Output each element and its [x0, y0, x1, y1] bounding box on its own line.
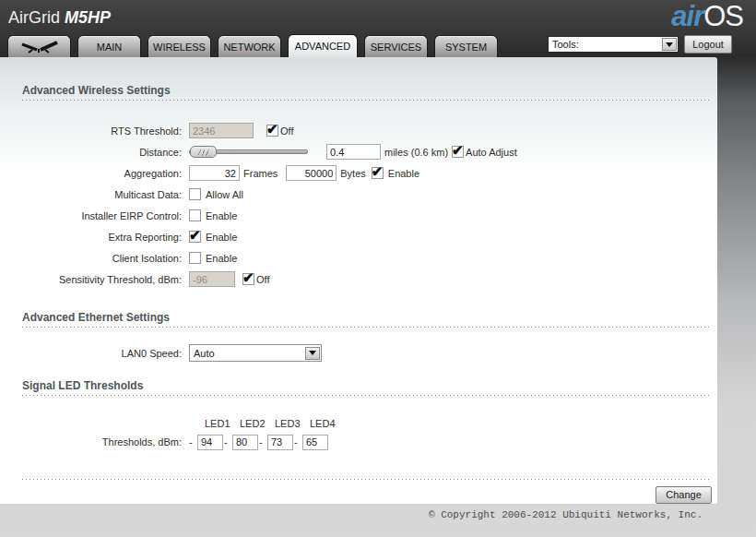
section-title-ethernet: Advanced Ethernet Settings — [22, 311, 710, 328]
frames-label: Frames — [243, 168, 278, 179]
tools-dropdown[interactable]: Tools: — [548, 36, 679, 53]
tab-services[interactable]: SERVICES — [364, 35, 428, 57]
section-title-led: Signal LED Thresholds — [22, 379, 710, 396]
led1-header: LED1 — [196, 418, 231, 430]
aggregation-bytes-input[interactable] — [286, 165, 337, 181]
extra-reporting-label: Extra Reporting: — [0, 232, 189, 243]
distance-input[interactable] — [326, 144, 381, 160]
client-isolation-checkbox[interactable] — [189, 252, 201, 264]
extra-reporting-enable-label: Enable — [206, 232, 237, 243]
led2-header: LED2 — [231, 418, 266, 430]
multicast-allow-label: Allow All — [206, 189, 243, 200]
tab-wireless[interactable]: WIRELESS — [148, 35, 211, 57]
tab-home[interactable] — [7, 35, 71, 57]
multicast-row: Multicast Data: Allow All — [0, 184, 717, 205]
header: AirGrid M5HP airOS MAIN WIRELESS NETWORK… — [0, 0, 756, 57]
led3-threshold-input[interactable] — [267, 435, 293, 450]
header-controls: Tools: Logout — [548, 35, 732, 54]
device-model: M5HP — [65, 8, 111, 27]
tab-main[interactable]: MAIN — [77, 35, 141, 57]
minus-sign: - — [294, 436, 302, 448]
client-isolation-label: Client Isolation: — [0, 253, 189, 264]
minus-sign: - — [224, 436, 232, 448]
sensitivity-row: Sensitivity Threshold, dBm: Off — [0, 268, 717, 290]
aggregation-label: Aggregation: — [0, 168, 189, 179]
aggregation-enable-label: Enable — [388, 168, 419, 179]
extra-reporting-checkbox[interactable] — [189, 231, 201, 243]
section-title-wireless: Advanced Wireless Settings — [22, 57, 710, 101]
led4-threshold-input[interactable] — [302, 435, 328, 450]
bytes-label: Bytes — [340, 168, 366, 179]
copyright-text: © Copyright 2006-2012 Ubiquiti Networks,… — [0, 509, 703, 520]
rts-off-label: Off — [280, 125, 293, 137]
minus-sign: - — [259, 436, 267, 448]
lan0-speed-dropdown[interactable]: Auto — [189, 344, 322, 362]
led-thresholds-label: Thresholds, dBm: — [0, 436, 189, 448]
content-panel: Advanced Wireless Settings RTS Threshold… — [0, 57, 717, 504]
led1-threshold-input[interactable] — [197, 435, 223, 450]
distance-row: Distance: miles (0.6 km) Auto Adjust — [0, 141, 717, 162]
tab-advanced[interactable]: ADVANCED — [288, 34, 358, 57]
device-name: AirGrid — [8, 8, 65, 27]
wireless-form: RTS Threshold: Off Distance: miles (0.6 … — [0, 120, 717, 290]
distance-unit-label: miles (0.6 km) — [384, 147, 448, 158]
sensitivity-label: Sensitivity Threshold, dBm: — [0, 274, 189, 285]
eirp-enable-label: Enable — [206, 210, 237, 221]
airos-logo: airOS — [671, 0, 743, 33]
led2-threshold-input[interactable] — [232, 435, 258, 450]
rts-threshold-row: RTS Threshold: Off — [0, 120, 717, 141]
lan0-speed-label: LAN0 Speed: — [0, 348, 189, 359]
ubnt-antenna-icon — [19, 41, 60, 54]
led-column-headers: LED1 LED2 LED3 LED4 — [0, 418, 717, 430]
sensitivity-input[interactable] — [189, 271, 235, 287]
auto-adjust-checkbox[interactable] — [452, 146, 464, 158]
aggregation-enable-checkbox[interactable] — [372, 167, 384, 179]
tab-bar: MAIN WIRELESS NETWORK ADVANCED SERVICES … — [7, 34, 504, 57]
sensitivity-off-checkbox[interactable] — [242, 273, 254, 285]
lan0-speed-row: LAN0 Speed: Auto — [0, 342, 717, 364]
eirp-enable-checkbox[interactable] — [189, 209, 201, 221]
dropdown-arrow-icon[interactable] — [662, 38, 677, 51]
tab-network[interactable]: NETWORK — [218, 35, 281, 57]
distance-slider[interactable] — [189, 146, 308, 158]
multicast-label: Multicast Data: — [0, 189, 189, 200]
led-thresholds-row: Thresholds, dBm: - - - - — [0, 433, 717, 451]
eirp-label: Installer EIRP Control: — [0, 210, 189, 221]
eirp-row: Installer EIRP Control: Enable — [0, 205, 717, 226]
led3-header: LED3 — [266, 418, 301, 430]
sensitivity-off-label: Off — [256, 274, 269, 285]
aggregation-frames-input[interactable] — [189, 165, 240, 181]
dropdown-arrow-icon[interactable] — [305, 347, 320, 360]
device-logo: AirGrid M5HP — [8, 8, 111, 28]
minus-sign: - — [189, 436, 197, 448]
change-button[interactable]: Change — [656, 486, 712, 504]
airos-air-text: air — [671, 0, 703, 32]
tools-dropdown-value: Tools: — [549, 39, 579, 50]
rts-threshold-input[interactable] — [189, 123, 254, 138]
aggregation-row: Aggregation: Frames Bytes Enable — [0, 162, 717, 184]
logout-button[interactable]: Logout — [684, 35, 732, 54]
client-isolation-row: Client Isolation: Enable — [0, 247, 717, 268]
extra-reporting-row: Extra Reporting: Enable — [0, 226, 717, 247]
airos-os-text: OS — [703, 0, 743, 32]
distance-label: Distance: — [0, 147, 189, 158]
lan0-speed-value: Auto — [190, 348, 215, 359]
rts-threshold-label: RTS Threshold: — [0, 125, 189, 137]
rts-off-checkbox[interactable] — [266, 125, 278, 137]
distance-slider-handle[interactable] — [190, 146, 217, 158]
multicast-allow-checkbox[interactable] — [189, 188, 201, 200]
tab-system[interactable]: SYSTEM — [434, 35, 498, 57]
led4-header: LED4 — [301, 418, 337, 430]
client-isolation-enable-label: Enable — [206, 253, 237, 264]
footer-divider — [22, 479, 710, 480]
auto-adjust-label: Auto Adjust — [466, 147, 517, 158]
